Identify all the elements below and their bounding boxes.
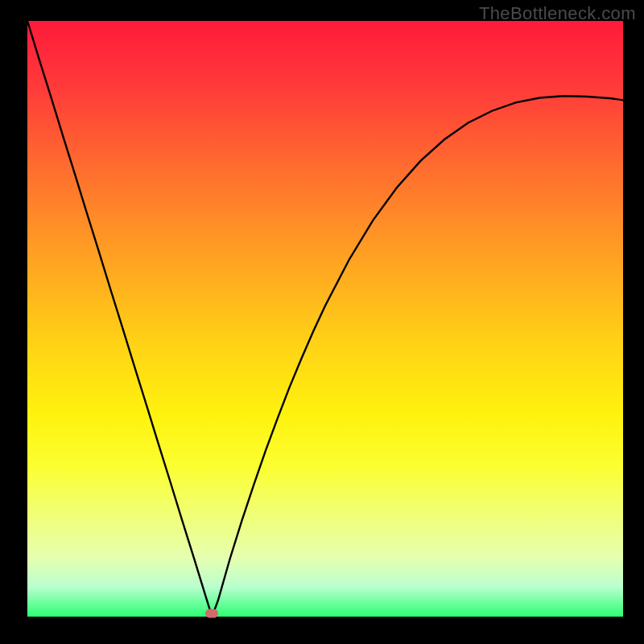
watermark-text: TheBottleneck.com <box>479 3 636 24</box>
gradient-plot-area <box>27 21 623 617</box>
chart-frame: TheBottleneck.com <box>0 0 644 644</box>
minimum-marker <box>205 609 218 618</box>
